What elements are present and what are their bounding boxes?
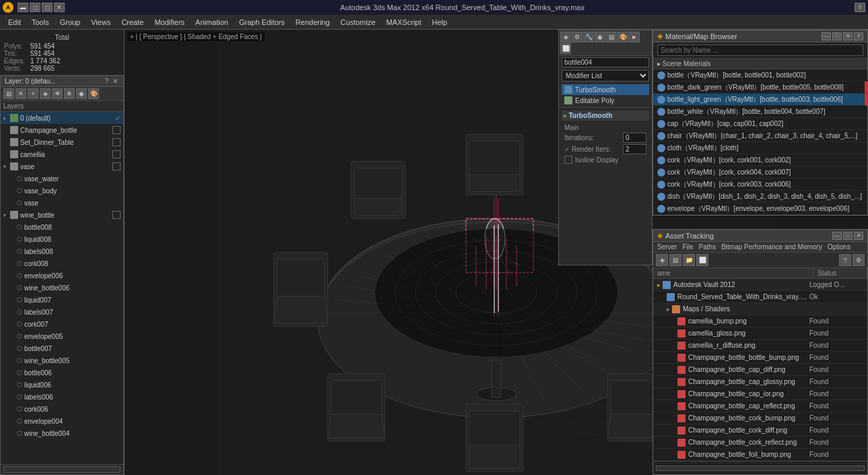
asset-cork-diff[interactable]: Champagne_bottle_cork_diff.png Found bbox=[653, 424, 867, 437]
mat-item-chair[interactable]: chair（VRayMtl）[chair_1, chair_2, chair_3… bbox=[653, 130, 867, 142]
layer-item-labels006[interactable]: ⬡ labels006 bbox=[1, 391, 123, 403]
minimize-btn[interactable]: ▬ bbox=[18, 3, 28, 12]
prop-tool-3[interactable]: 🔧 bbox=[583, 32, 594, 42]
layer-item-cork007[interactable]: ⬡ cork007 bbox=[1, 318, 123, 330]
asset-menu-bitmap[interactable]: Bitmap Performance and Memory bbox=[721, 243, 822, 251]
ts-isoline-checkbox[interactable] bbox=[564, 156, 572, 164]
asset-tool-1[interactable]: ◈ bbox=[656, 254, 668, 266]
asset-tool-help[interactable]: ? bbox=[839, 254, 851, 266]
asset-tool-2[interactable]: ▤ bbox=[669, 254, 681, 266]
asset-scroll-bar[interactable] bbox=[656, 466, 865, 471]
menu-views[interactable]: Views bbox=[86, 17, 116, 28]
layer-item-liquid008[interactable]: ⬡ liquid008 bbox=[1, 233, 123, 245]
mat-item-cork2[interactable]: cork（VRayMtl）[cork, cork004, cork007] bbox=[653, 166, 867, 179]
maximize-btn[interactable]: ◻ bbox=[42, 3, 53, 12]
layer-item-vase-body[interactable]: ⬡ vase_body bbox=[1, 185, 123, 197]
layer-tool-hide[interactable]: 👁 bbox=[52, 88, 63, 99]
mat-item-cork3[interactable]: cork（VRayMtl）[cork, cork003, cork006] bbox=[653, 179, 867, 191]
layer-item-bottle006[interactable]: ⬡ bottle006 bbox=[1, 367, 123, 379]
prop-tool-1[interactable]: ◈ bbox=[560, 32, 571, 42]
mat-browser-max-btn[interactable]: □ bbox=[832, 32, 842, 40]
layer-item-champagne[interactable]: Champagne_bottle bbox=[1, 124, 123, 136]
asset-cork-reflect[interactable]: Champagne_bottle_cork_reflect.png Found bbox=[653, 437, 867, 449]
layer-tool-add[interactable]: + bbox=[28, 88, 38, 99]
layer-item-envelope004[interactable]: ⬡ envelope004 bbox=[1, 415, 123, 427]
asset-tool-settings[interactable]: ⚙ bbox=[853, 254, 865, 266]
asset-cap-ior[interactable]: Champagne_bottle_cap_ior.png Found bbox=[653, 388, 867, 400]
asset-menu-file[interactable]: File bbox=[682, 243, 693, 251]
prop-tool-6[interactable]: 🎨 bbox=[617, 32, 628, 42]
asset-menu-paths[interactable]: Paths bbox=[699, 243, 716, 251]
layer-item-envelope005[interactable]: ⬡ envelope005 bbox=[1, 330, 123, 342]
menu-animation[interactable]: Animation bbox=[190, 17, 234, 28]
layer-item-wine-bottle005[interactable]: ⬡ wine_bottle005 bbox=[1, 354, 123, 367]
layer-tool-delete[interactable]: ✕ bbox=[15, 88, 26, 99]
prop-tool-7[interactable]: ► bbox=[629, 32, 640, 42]
menu-group[interactable]: Group bbox=[55, 17, 86, 28]
asset-vault-group[interactable]: ▸ Autodesk Vault 2012 Logged O... bbox=[653, 279, 867, 291]
asset-max-file[interactable]: Round_Served_Table_With_Drinks_vray.max … bbox=[653, 291, 867, 303]
layer-checkbox-camellia[interactable] bbox=[112, 150, 121, 158]
layer-item-labels008[interactable]: ⬡ labels008 bbox=[1, 245, 123, 257]
asset-camellia-gloss[interactable]: camellia_gloss.png Found bbox=[653, 327, 867, 340]
layer-item-vase2[interactable]: ⬡ vase bbox=[1, 197, 123, 209]
layer-item-vase-water[interactable]: ⬡ vase_water bbox=[1, 172, 123, 185]
layer-tool-new[interactable]: ▤ bbox=[3, 88, 14, 99]
menu-tools[interactable]: Tools bbox=[26, 17, 55, 28]
modifier-editable-poly[interactable]: Editable Poly bbox=[562, 95, 649, 106]
menu-rendering[interactable]: Rendering bbox=[290, 17, 335, 28]
layer-item-bottle008[interactable]: ⬡ bottle008 bbox=[1, 221, 123, 233]
layer-checkbox-set-dinner[interactable] bbox=[112, 138, 121, 146]
object-name-input[interactable] bbox=[562, 57, 649, 67]
help-btn[interactable]: ? bbox=[855, 3, 865, 12]
object-name-field[interactable] bbox=[559, 56, 652, 69]
menu-edit[interactable]: Edit bbox=[3, 17, 26, 28]
mat-item-cork1[interactable]: cork（VRayMtl）[cork, cork001, cork002] bbox=[653, 154, 867, 166]
asset-maps-group[interactable]: ▸ Maps / Shaders bbox=[653, 303, 867, 315]
layer-item-wine-bottle[interactable]: ▾ wine_bottle bbox=[1, 209, 123, 221]
menu-customize[interactable]: Customize bbox=[335, 17, 381, 28]
layer-item-cork006[interactable]: ⬡ cork006 bbox=[1, 403, 123, 415]
ts-render-iters-input[interactable] bbox=[623, 144, 646, 154]
layer-item-bottle007[interactable]: ⬡ bottle007 bbox=[1, 342, 123, 354]
asset-tool-3[interactable]: 📁 bbox=[683, 254, 695, 266]
asset-cap-diff[interactable]: Champagne_bottle_cap_diff.png Found bbox=[653, 364, 867, 376]
layer-scroll-bar[interactable] bbox=[1, 464, 123, 474]
asset-menu-options[interactable]: Options bbox=[828, 243, 850, 251]
mat-browser-help-btn[interactable]: ? bbox=[854, 32, 863, 40]
layer-item-liquid007[interactable]: ⬡ liquid007 bbox=[1, 294, 123, 306]
layer-manager-close-btn[interactable]: ✕ bbox=[111, 77, 119, 85]
menu-create[interactable]: Create bbox=[116, 17, 149, 28]
asset-menu-server[interactable]: Server bbox=[657, 243, 677, 251]
layer-checkbox-wine-bottle[interactable] bbox=[112, 211, 121, 219]
layer-item-set-dinner[interactable]: Set_Dinner_Table bbox=[1, 136, 123, 148]
restore-btn[interactable]: ◻ bbox=[30, 3, 40, 12]
ts-render-check[interactable]: ✓ bbox=[564, 146, 570, 153]
prop-tool-2[interactable]: ⚙ bbox=[572, 32, 582, 42]
close-btn[interactable]: ✕ bbox=[54, 3, 65, 12]
menu-graph-editors[interactable]: Graph Editors bbox=[234, 17, 290, 28]
layer-item-liquid006[interactable]: ⬡ liquid006 bbox=[1, 379, 123, 391]
asset-cap-glossy[interactable]: Champagne_bottle_cap_glossy.png Found bbox=[653, 376, 867, 388]
asset-max-btn[interactable]: □ bbox=[843, 232, 853, 240]
menu-maxscript[interactable]: MAXScript bbox=[381, 17, 427, 28]
mat-item-bottle[interactable]: bottle（VRayMtl）[bottle, bottle001, bottl… bbox=[653, 69, 867, 82]
mat-browser-close-btn[interactable]: ✕ bbox=[843, 32, 853, 40]
modifier-turbosmooth[interactable]: TurboSmooth bbox=[562, 84, 649, 95]
layer-checkbox-vase[interactable] bbox=[112, 162, 121, 170]
mat-item-envelope[interactable]: envelope（VRayMtl）[envelope, envelope003,… bbox=[653, 203, 867, 215]
asset-close-btn[interactable]: ✕ bbox=[854, 232, 863, 240]
asset-cap-reflect[interactable]: Champagne_bottle_cap_reflect.png Found bbox=[653, 400, 867, 412]
mat-browser-min-btn[interactable]: — bbox=[822, 32, 831, 40]
layer-tool-render[interactable]: ◉ bbox=[76, 88, 87, 99]
asset-tool-4[interactable]: ⬜ bbox=[696, 254, 708, 266]
prop-tool-4[interactable]: ◉ bbox=[595, 32, 605, 42]
mat-item-bottle-light-green[interactable]: bottle_light_green（VRayMtl）[bottle, bott… bbox=[653, 94, 867, 106]
layer-manager-question-btn[interactable]: ? bbox=[103, 77, 110, 85]
layer-tool-color[interactable]: 🎨 bbox=[88, 88, 99, 99]
layer-item-wine-bottle004[interactable]: ⬡ wine_bottle004 bbox=[1, 427, 123, 439]
layer-tool-select-by-layer[interactable]: ◈ bbox=[40, 88, 51, 99]
layer-tool-freeze[interactable]: ❄ bbox=[64, 88, 75, 99]
mat-item-bottle-dark-green[interactable]: bottle_dark_green（VRayMtl）[bottle, bottl… bbox=[653, 82, 867, 94]
layer-item-labels007[interactable]: ⬡ labels007 bbox=[1, 306, 123, 318]
